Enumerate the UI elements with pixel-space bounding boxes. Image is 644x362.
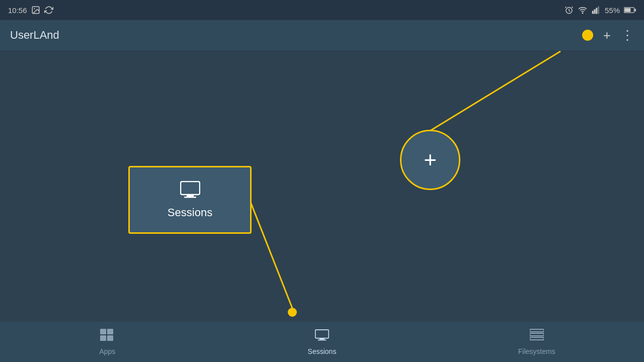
- nav-item-sessions[interactable]: Sessions: [215, 329, 430, 355]
- svg-rect-17: [107, 329, 113, 334]
- status-bar: 10:56 55%: [0, 0, 644, 20]
- svg-point-1: [34, 8, 35, 9]
- signal-icon: [592, 6, 601, 15]
- svg-rect-16: [100, 329, 106, 334]
- svg-rect-22: [318, 339, 327, 340]
- svg-rect-21: [319, 338, 325, 339]
- svg-rect-5: [594, 10, 595, 14]
- app-title: UserLAnd: [10, 29, 59, 42]
- svg-rect-9: [634, 9, 636, 11]
- battery-display: 55%: [605, 6, 620, 15]
- sync-icon: [44, 6, 53, 15]
- sessions-indicator-dot: [288, 308, 297, 317]
- filesystems-nav-label: Filesystems: [518, 347, 555, 355]
- add-button[interactable]: +: [603, 28, 611, 43]
- nav-item-apps[interactable]: Apps: [0, 329, 215, 355]
- sessions-nav-label: Sessions: [308, 347, 337, 355]
- svg-rect-25: [530, 337, 544, 340]
- svg-rect-20: [315, 329, 329, 338]
- svg-rect-23: [530, 329, 544, 332]
- alarm-icon: [565, 6, 574, 15]
- status-left: 10:56: [8, 6, 53, 15]
- battery-icon: [624, 7, 636, 14]
- add-circle-icon: +: [424, 149, 437, 171]
- sessions-card[interactable]: Sessions: [128, 166, 252, 234]
- svg-rect-10: [624, 8, 630, 12]
- wifi-icon: [578, 6, 588, 15]
- svg-rect-6: [596, 8, 597, 14]
- status-right: 55%: [565, 6, 636, 15]
- svg-rect-24: [530, 333, 544, 336]
- app-bar: UserLAnd + ⋮: [0, 20, 644, 50]
- add-session-button[interactable]: +: [400, 130, 460, 190]
- svg-line-11: [251, 202, 292, 308]
- app-bar-actions: + ⋮: [582, 28, 634, 43]
- sessions-card-label: Sessions: [168, 206, 212, 219]
- svg-rect-7: [598, 7, 599, 14]
- main-content: Sessions +: [0, 50, 644, 322]
- svg-rect-15: [184, 197, 196, 198]
- apps-nav-icon: [100, 329, 114, 345]
- filesystems-nav-icon: [530, 329, 544, 345]
- svg-rect-14: [187, 195, 194, 197]
- sessions-card-icon: [180, 181, 200, 202]
- svg-rect-18: [100, 335, 106, 341]
- nav-item-filesystems[interactable]: Filesystems: [429, 329, 644, 355]
- sessions-nav-icon: [315, 329, 329, 345]
- svg-point-3: [582, 13, 583, 14]
- more-options-button[interactable]: ⋮: [621, 28, 634, 43]
- svg-line-12: [430, 51, 560, 131]
- image-icon: [31, 6, 40, 15]
- apps-nav-label: Apps: [99, 347, 115, 355]
- time-display: 10:56: [8, 6, 27, 15]
- svg-rect-4: [592, 11, 594, 14]
- bottom-nav: Apps Sessions Filesystems: [0, 322, 644, 362]
- fab-yellow-dot: [582, 30, 593, 41]
- connection-lines: [0, 50, 644, 322]
- svg-rect-13: [181, 182, 200, 195]
- svg-rect-19: [107, 335, 113, 341]
